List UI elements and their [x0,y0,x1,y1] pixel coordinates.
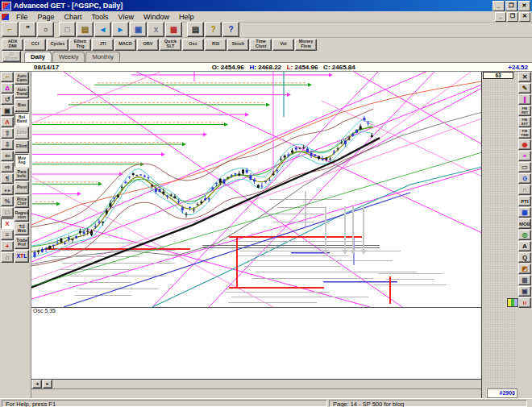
study-delta[interactable]: Delta [15,127,29,139]
study-bol-band[interactable]: BolBand [15,113,29,126]
gann-circle-button[interactable]: ◉ [518,139,531,150]
mob-button[interactable]: MOB [518,218,531,229]
grid-button[interactable]: ▦ [518,207,531,218]
study-auto-trend[interactable]: AutoTrend [15,85,29,98]
pti-button[interactable]: PTI [518,196,531,206]
menu-chart[interactable]: Chart [60,12,87,22]
gavel-tool[interactable]: ⌐ [1,72,14,82]
trendline-button[interactable]: ∥ [518,94,531,105]
study-jti[interactable]: JTI [92,39,114,51]
study-vol[interactable]: Vol [272,39,294,51]
box-draw-button[interactable]: ▭ [518,162,531,172]
study-stoch[interactable]: Stoch [227,39,249,51]
help-button[interactable]: ? [205,22,222,37]
ellipse-button[interactable]: ⊙ [518,173,531,184]
price-scale[interactable]: 2411.43 63 #2903 [481,72,517,398]
study-cycles[interactable]: Cycles [47,39,69,51]
study-tj-web[interactable]: T/JWeb [15,222,29,235]
menu-help[interactable]: Help [174,12,199,22]
study-quick-slt[interactable]: QuickSLT [160,39,181,51]
study-bias[interactable]: Bias [15,99,29,112]
study-xtl[interactable]: XTL [15,250,29,263]
study-macd[interactable]: MACD [114,39,136,51]
menu-view[interactable]: View [114,12,139,22]
menu-window[interactable]: Window [139,12,174,22]
tab-scroll-right-button[interactable]: ► [43,380,52,388]
table-button[interactable]: ▦ [518,275,531,285]
study-elliott-trig[interactable]: ElliottTrig [69,39,91,51]
menu-tools[interactable]: Tools [87,12,114,22]
text-annotation-button[interactable]: A [518,241,531,251]
study-regression[interactable]: Regression [15,209,29,222]
child-minimize-button[interactable]: _ [495,12,506,22]
oscillator-pane[interactable]: Osc 5,35 Oscillator Sell Signal [31,307,482,379]
arrow-left-tool[interactable]: ⇦ [1,151,14,161]
arrow-right-tool[interactable]: ⇨ [1,162,14,172]
zoom-reset-tool[interactable]: ↺ [1,94,14,105]
oscillator-settings-button[interactable] [507,298,518,307]
elliott-wave-tool[interactable]: Λ [1,117,14,127]
menu-file[interactable]: File [11,12,33,22]
close-button[interactable]: ✕ [518,1,530,11]
chart-window-icon[interactable] [2,14,9,20]
zoom-button[interactable]: ○ [37,22,54,37]
gann-tool[interactable]: Δ [1,83,14,93]
new-page-button[interactable]: □ [59,22,76,37]
fan-lines-button[interactable]: « [518,151,531,161]
magnify-button[interactable]: Q [518,252,531,263]
study-pivot[interactable]: Pivot [15,181,29,194]
tab-monthly[interactable]: Monthly [85,52,119,62]
study-elliott[interactable]: Elliott [15,140,29,153]
arrow-down-tool[interactable]: ⇩ [1,139,14,150]
price-chart-svg[interactable] [31,72,482,307]
study-cci[interactable]: CCI [24,39,46,51]
oscillator-svg[interactable] [31,308,482,379]
prev-page-button[interactable]: ◄ [94,22,111,37]
fib-time-button[interactable]: FIBTIME [518,128,531,139]
copy-page-button[interactable]: ▣ [130,22,147,37]
regression-button[interactable]: ∩ [518,185,531,195]
study-osc[interactable]: Osc [182,39,204,51]
delete-page-button[interactable]: x [148,22,164,37]
price-zoom-button[interactable]: ◎ [518,230,531,240]
box-tool[interactable]: □ [1,207,14,218]
tab-daily[interactable]: Daily [24,52,52,62]
child-close-button[interactable]: ✕ [519,12,530,22]
erase-draw-button[interactable]: ✕ [518,72,531,82]
child-restore-button[interactable]: ❐ [507,12,518,22]
study-eraser-tool[interactable]: ▣ [1,106,14,116]
print-button[interactable]: ▤ [187,22,204,37]
study-mov-avg[interactable]: MovAvg [15,154,29,167]
pencil-button[interactable]: ✎ [518,83,531,93]
expand-compress-tool[interactable]: ◄► [1,185,14,195]
copy-button[interactable]: ▣ [518,286,531,297]
preferences-button[interactable]: ⌐ [2,22,19,37]
study-price-clstr[interactable]: PriceClstr [15,195,29,208]
study-adx-dmi[interactable]: ADXDMI [2,39,23,51]
study-money-flow[interactable]: MoneyFlow [295,39,317,51]
context-help-button[interactable]: ? [222,22,239,37]
ts-lines-tool[interactable]: ≡ [1,230,14,240]
open-page-button[interactable]: ▤ [77,22,94,37]
arrow-up-tool[interactable]: ⇧ [1,128,14,139]
fib-extension-button[interactable]: FIBEXT [518,117,531,127]
undo-button[interactable]: U [518,297,531,308]
sixty-minute-button[interactable]: 60Minute [2,51,21,62]
next-page-button[interactable]: ► [112,22,129,37]
restore-button[interactable]: ❐ [505,1,517,11]
minimize-button[interactable]: _ [493,1,505,11]
study-rsi[interactable]: RSI [205,39,227,51]
percent-tool[interactable]: % [1,196,14,206]
exit-tool[interactable]: ⌂ [1,252,14,263]
menu-page[interactable]: Page [33,12,60,22]
tab-scroll-left-button[interactable]: ◄ [32,380,42,388]
crosshair-tool[interactable]: + [1,241,14,251]
chart-area[interactable]: Osc 5,35 Oscillator Sell Signal ◄ ► [31,72,482,398]
study-auto-gann[interactable]: AutoGann [15,72,29,85]
study-trade-prof[interactable]: TradeProf [15,236,29,249]
study-parabolic[interactable]: Parabolic [15,168,29,181]
study-time-clust[interactable]: TimeClust [250,39,272,51]
lines-tool[interactable]: X [1,218,14,229]
fib-retrace-button[interactable]: FIBRET [518,106,531,116]
tab-weekly[interactable]: Weekly [52,52,85,62]
